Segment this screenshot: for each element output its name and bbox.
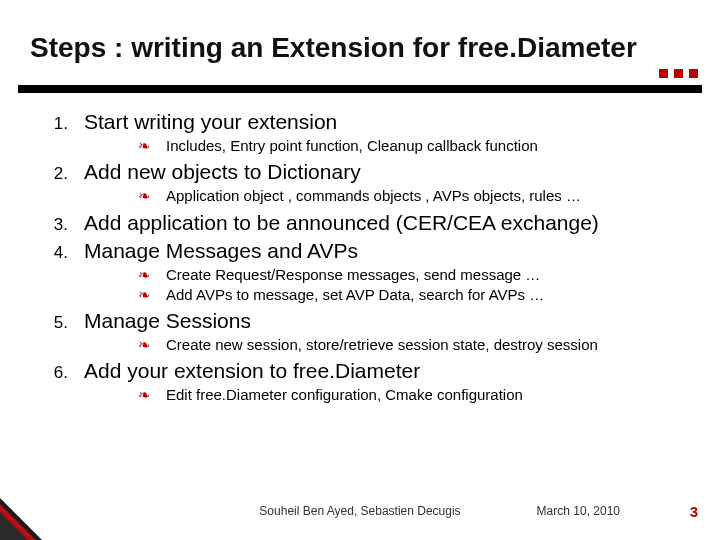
- bullet-icon: ❧: [138, 385, 152, 405]
- sub-list-text: Includes, Entry point function, Cleanup …: [166, 136, 538, 156]
- title-rule: [0, 85, 720, 93]
- list-item: 5.Manage Sessions❧Create new session, st…: [48, 309, 690, 355]
- accent-dot: [659, 69, 668, 78]
- bullet-icon: ❧: [138, 136, 152, 156]
- sub-list-text: Edit free.Diameter configuration, Cmake …: [166, 385, 523, 405]
- sub-list-text: Add AVPs to message, set AVP Data, searc…: [166, 285, 544, 305]
- list-number: 1.: [48, 114, 68, 134]
- list-number: 5.: [48, 313, 68, 333]
- sub-list-item: ❧Create new session, store/retrieve sess…: [138, 335, 690, 355]
- list-item-title: Add application to be announced (CER/CEA…: [84, 211, 599, 235]
- footer-date: March 10, 2010: [537, 504, 620, 518]
- list-item-header: 5.Manage Sessions: [48, 309, 690, 333]
- bullet-icon: ❧: [138, 186, 152, 206]
- corner-decoration: [0, 498, 42, 540]
- slide: Steps : writing an Extension for free.Di…: [0, 0, 720, 540]
- accent-dot: [674, 69, 683, 78]
- page-number: 3: [690, 503, 698, 520]
- list-item: 2.Add new objects to Dictionary❧Applicat…: [48, 160, 690, 206]
- sub-list-item: ❧Create Request/Response messages, send …: [138, 265, 690, 285]
- list-item-title: Manage Sessions: [84, 309, 251, 333]
- list-item-header: 1.Start writing your extension: [48, 110, 690, 134]
- sub-list: ❧Edit free.Diameter configuration, Cmake…: [138, 385, 690, 405]
- list-item-title: Add your extension to free.Diameter: [84, 359, 420, 383]
- list-item-title: Manage Messages and AVPs: [84, 239, 358, 263]
- sub-list-item: ❧Add AVPs to message, set AVP Data, sear…: [138, 285, 690, 305]
- sub-list-text: Create Request/Response messages, send m…: [166, 265, 540, 285]
- divider-line: [18, 85, 702, 93]
- sub-list-text: Application object , commands objects , …: [166, 186, 581, 206]
- bullet-icon: ❧: [138, 285, 152, 305]
- list-item: 6.Add your extension to free.Diameter❧Ed…: [48, 359, 690, 405]
- list-number: 4.: [48, 243, 68, 263]
- sub-list: ❧Application object , commands objects ,…: [138, 186, 690, 206]
- list-item-header: 6.Add your extension to free.Diameter: [48, 359, 690, 383]
- sub-list-item: ❧Edit free.Diameter configuration, Cmake…: [138, 385, 690, 405]
- slide-title: Steps : writing an Extension for free.Di…: [30, 32, 710, 64]
- bullet-icon: ❧: [138, 265, 152, 285]
- list-number: 2.: [48, 164, 68, 184]
- sub-list-item: ❧Application object , commands objects ,…: [138, 186, 690, 206]
- list-item-header: 4.Manage Messages and AVPs: [48, 239, 690, 263]
- sub-list: ❧Create Request/Response messages, send …: [138, 265, 690, 306]
- sub-list: ❧Create new session, store/retrieve sess…: [138, 335, 690, 355]
- list-item-header: 3.Add application to be announced (CER/C…: [48, 211, 690, 235]
- list-item-header: 2.Add new objects to Dictionary: [48, 160, 690, 184]
- sub-list-item: ❧Includes, Entry point function, Cleanup…: [138, 136, 690, 156]
- accent-dots: [659, 69, 698, 78]
- list-item: 4.Manage Messages and AVPs❧Create Reques…: [48, 239, 690, 306]
- content-body: 1.Start writing your extension❧Includes,…: [48, 110, 690, 410]
- sub-list: ❧Includes, Entry point function, Cleanup…: [138, 136, 690, 156]
- list-item-title: Add new objects to Dictionary: [84, 160, 361, 184]
- list-item-title: Start writing your extension: [84, 110, 337, 134]
- sub-list-text: Create new session, store/retrieve sessi…: [166, 335, 598, 355]
- list-number: 3.: [48, 215, 68, 235]
- list-item: 3.Add application to be announced (CER/C…: [48, 211, 690, 235]
- accent-dot: [689, 69, 698, 78]
- list-item: 1.Start writing your extension❧Includes,…: [48, 110, 690, 156]
- bullet-icon: ❧: [138, 335, 152, 355]
- list-number: 6.: [48, 363, 68, 383]
